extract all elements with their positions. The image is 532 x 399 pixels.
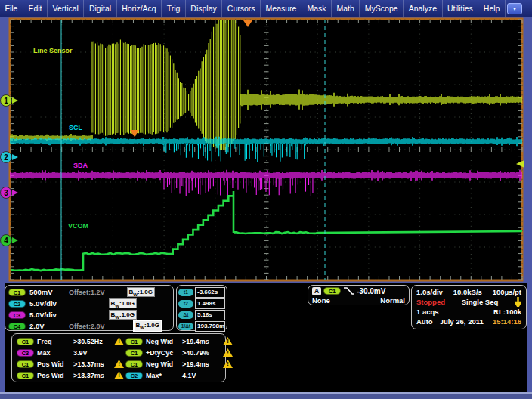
measurement-row: C1Neg Wid>19.4ms! — [124, 336, 233, 347]
sample-rate-value: 10.0kS/s — [453, 288, 482, 296]
acquisition-panel[interactable]: 1.0s/div 10.0kS/s 100µs/pt Stopped Singl… — [411, 285, 527, 329]
measurement-row: C1Pos Wid>13.37ms! — [15, 358, 124, 370]
measurement-source-badge: C2 — [125, 372, 143, 379]
clock-value: 15:14:16 — [493, 317, 521, 326]
channel-settings-panel[interactable]: C1500mVOffset:1.2VBW:1.0GC25.0V/divBW:1.… — [5, 285, 174, 331]
measurement-value: >19.4ms — [182, 338, 220, 345]
channel-offset: Offset:1.2V — [69, 289, 105, 296]
measurement-name: Pos Wid — [37, 372, 70, 379]
menu-item-trig[interactable]: Trig — [162, 0, 186, 17]
measurement-name: Neg Wid — [146, 338, 179, 345]
trigger-level-value: -30.0mV — [357, 287, 385, 295]
menu-bar: FileEditVerticalDigitalHoriz/AcqTrigDisp… — [0, 0, 532, 17]
measurement-row: C1Neg Wid>19.4ms! — [124, 358, 233, 370]
cursor-readout-row: Δt5.16s — [177, 309, 227, 320]
run-stop-arrow-icon — [515, 297, 521, 307]
menu-item-math[interactable]: Math — [332, 0, 360, 17]
cursor-readout-row: 1/Δt193.798mHz — [177, 320, 227, 332]
measurement-name: Max — [37, 349, 70, 357]
bandwidth-readout: BW:1.0G — [109, 298, 137, 308]
menu-item-display[interactable]: Display — [186, 0, 222, 17]
measurement-value: >30.52Hz — [73, 338, 111, 345]
channel-settings-row-c2[interactable]: C25.0V/divBW:1.0G — [5, 298, 173, 309]
trigger-panel[interactable]: A C1 -30.0mV None Normal — [308, 285, 410, 305]
measurement-row: C1+DtyCyc>40.79%! — [124, 347, 233, 358]
menu-item-measure[interactable]: Measure — [261, 0, 302, 17]
warning-icon: ! — [114, 360, 124, 368]
svg-text:4: 4 — [4, 237, 8, 245]
measurement-name: Freq — [37, 338, 70, 345]
trace-label-sda: SDA — [73, 162, 88, 169]
readout-area: C1500mVOffset:1.2VBW:1.0GC25.0V/divBW:1.… — [0, 283, 532, 392]
menu-item-digital[interactable]: Digital — [84, 0, 116, 17]
record-length: RL:100k — [493, 308, 521, 316]
measurement-source-badge: C1 — [17, 372, 34, 379]
measurement-name: Pos Wid — [37, 360, 70, 368]
menu-overflow-dropdown-icon[interactable]: ▼ — [507, 3, 522, 14]
bandwidth-readout: BW:1.0G — [109, 310, 137, 320]
channel-badge-c1: C1 — [8, 289, 26, 296]
warning-icon: ! — [223, 348, 233, 357]
warning-icon: ! — [114, 337, 124, 345]
menu-item-mask[interactable]: Mask — [302, 0, 332, 17]
cursor-readout-row: t21.498s — [177, 298, 227, 309]
sequence-mode: Single Seq — [462, 298, 499, 306]
trigger-mode-left: None — [312, 296, 330, 305]
measurement-source-badge: C1 — [17, 338, 34, 345]
cursor-readout-row: t1-3.662s — [177, 286, 227, 298]
bandwidth-readout: BW:1.0G — [127, 287, 155, 297]
resolution-value: 100µs/pt — [493, 288, 521, 296]
menu-item-myscope[interactable]: MyScope — [360, 0, 404, 17]
warning-icon: ! — [223, 337, 233, 345]
bandwidth-readout: BW:1.0G — [133, 320, 162, 332]
cursor-value: 1.498s — [195, 298, 225, 309]
channel-settings-row-c1[interactable]: C1500mVOffset:1.2VBW:1.0G — [5, 286, 173, 298]
menu-item-cursors[interactable]: Cursors — [222, 0, 261, 17]
measurement-value: >40.79% — [182, 349, 220, 357]
graticule[interactable]: Line SensorSCLSDAVCOM1234 — [0, 17, 532, 283]
channel-scale: 5.0V/div — [29, 299, 69, 308]
measurement-source-badge: C1 — [17, 360, 34, 368]
measurement-row: C1Freq>30.52Hz! — [15, 336, 124, 347]
menu-item-vertical[interactable]: Vertical — [48, 0, 84, 17]
warning-icon: ! — [114, 371, 124, 379]
channel-settings-row-c4[interactable]: C42.0VOffset:2.0VBW:1.0G — [5, 320, 173, 332]
menu-item-file[interactable]: File — [0, 0, 23, 17]
channel-badge-c3: C3 — [8, 311, 26, 319]
menu-item-help[interactable]: Help — [478, 0, 506, 17]
acquisition-status: Stopped — [416, 298, 445, 306]
measurement-value: 3.9V — [73, 349, 111, 357]
channel-offset: Offset:2.0V — [69, 323, 105, 330]
trace-label-vcom: VCOM — [68, 222, 88, 230]
measurements-panel[interactable]: C1Freq>30.52Hz!C1Neg Wid>19.4ms!C3Max3.9… — [11, 333, 226, 382]
measurement-name: +DtyCyc — [146, 349, 179, 357]
trigger-source-badge: C1 — [323, 287, 341, 295]
trace-label-line-sensor: Line Sensor — [33, 47, 73, 54]
menu-item-edit[interactable]: Edit — [23, 0, 48, 17]
measurement-row: C1Pos Wid>13.37ms! — [15, 370, 124, 381]
acquisition-count: 1 acqs — [416, 308, 439, 316]
measurement-value: >19.4ms — [182, 360, 220, 368]
waveform-display-area[interactable]: Line SensorSCLSDAVCOM1234 — [0, 17, 532, 283]
cursor-badge: 1/Δt — [178, 323, 193, 330]
falling-edge-icon — [343, 286, 355, 295]
trigger-system-badge: A — [312, 287, 321, 295]
cursor-badge: t1 — [178, 289, 193, 296]
menu-item-analyze[interactable]: Analyze — [404, 0, 442, 17]
menu-item-horiz-acq[interactable]: Horiz/Acq — [117, 0, 162, 17]
channel-settings-row-c3[interactable]: C35.0V/divBW:1.0G — [5, 309, 173, 320]
measurement-source-badge: C3 — [17, 349, 34, 357]
oscilloscope-window: FileEditVerticalDigitalHoriz/AcqTrigDisp… — [0, 0, 532, 399]
channel-scale: 500mV — [29, 288, 69, 296]
menu-item-utilities[interactable]: Utilities — [443, 0, 479, 17]
window-controls: ▼ Tek – X — [506, 2, 532, 14]
date-value: July 26, 2011 — [440, 317, 484, 326]
measurement-value: >13.37ms — [73, 372, 111, 379]
measurement-row: C3Max3.9V — [15, 347, 124, 358]
menu-item-list: FileEditVerticalDigitalHoriz/AcqTrigDisp… — [0, 0, 506, 17]
channel-scale: 5.0V/div — [29, 311, 69, 319]
channel-scale: 2.0V — [29, 322, 69, 330]
channel-badge-c2: C2 — [8, 300, 26, 308]
measurement-source-badge: C1 — [125, 338, 143, 345]
cursor-value: 193.798mHz — [195, 321, 225, 332]
